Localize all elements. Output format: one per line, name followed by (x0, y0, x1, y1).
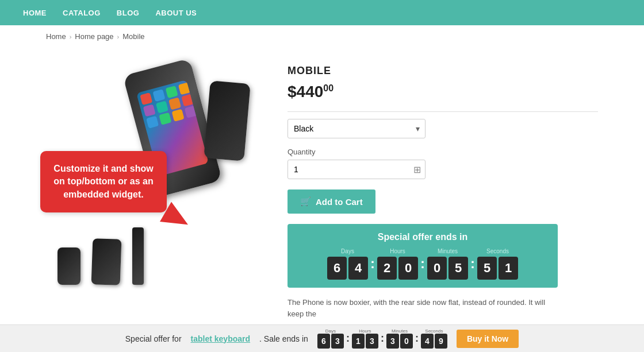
phone-small-row (57, 227, 144, 285)
breadcrumb-current: Mobile (122, 32, 144, 41)
add-to-cart-label: Add to Cart (316, 197, 363, 207)
timer-seconds-digits: 51 (477, 257, 518, 280)
timer-colon-2: : (420, 256, 425, 272)
product-details: MOBILE $44000 BlackWhiteSilver ▾ Quantit… (288, 59, 598, 319)
callout-text: Customize it and show on top/bottom or a… (53, 164, 153, 199)
timer-seconds-group: Seconds 51 (477, 248, 518, 280)
bottom-timer: Days 63 : Hours 13 : Minutes 30 : Second… (317, 328, 447, 331)
price-dollars: $440 (288, 83, 323, 100)
nav-blog[interactable]: BLOG (117, 9, 140, 17)
bottom-seconds-group: Seconds 49 (421, 328, 447, 331)
main-nav: HOME CATALOG BLOG ABOUT US (0, 0, 644, 25)
main-content: Customize it and show on top/bottom or a… (0, 48, 644, 331)
nav-catalog[interactable]: CATALOG (63, 9, 101, 17)
bottom-hours-group: Hours 13 (352, 328, 378, 331)
product-description: The Phone is now boxier, with the rear s… (288, 297, 558, 319)
bottom-days-label: Days (325, 328, 336, 331)
breadcrumb: Home › Home page › Mobile (0, 25, 644, 48)
phone-secondary-image (207, 82, 253, 168)
quantity-label: Quantity (288, 148, 598, 156)
breadcrumb-sep-1: › (70, 33, 72, 40)
breadcrumb-home[interactable]: Home (46, 32, 66, 41)
timer-hours-digits: 20 (377, 257, 418, 280)
timer-minutes-group: Minutes 05 (427, 248, 468, 280)
product-images: Customize it and show on top/bottom or a… (23, 59, 264, 319)
timer-minutes-label: Minutes (438, 248, 458, 254)
color-select-wrapper[interactable]: BlackWhiteSilver ▾ (288, 119, 425, 138)
countdown-timer: Days 64 : Hours 20 : Minutes 05 : (299, 248, 546, 280)
phone-body-2 (204, 80, 250, 161)
timer-days-digits: 64 (327, 257, 368, 280)
bottom-minutes-label: Minutes (392, 328, 408, 331)
color-select[interactable]: BlackWhiteSilver (288, 119, 425, 138)
product-title: MOBILE (288, 65, 598, 77)
bottom-hours-label: Hours (359, 328, 371, 331)
quantity-input[interactable] (288, 160, 425, 179)
bottom-bar: Special offer for tablet keyboard . Sale… (0, 324, 644, 331)
quantity-wrapper[interactable]: ⊞ (288, 160, 425, 179)
phone-small-3 (132, 227, 144, 285)
timer-hours-group: Hours 20 (377, 248, 418, 280)
bottom-days-group: Days 63 (317, 328, 344, 331)
timer-colon-3: : (470, 256, 475, 272)
timer-minutes-digits: 05 (427, 257, 468, 280)
bottom-seconds-label: Seconds (425, 328, 443, 331)
countdown-title: Special offer ends in (299, 232, 546, 242)
bottom-minutes-group: Minutes 30 (386, 328, 413, 331)
nav-about[interactable]: ABOUT US (155, 9, 197, 17)
price-divider (288, 111, 598, 112)
timer-days-label: Days (341, 248, 354, 254)
timer-days-group: Days 64 (327, 248, 368, 280)
callout-bubble: Customize it and show on top/bottom or a… (40, 151, 167, 212)
price-cents: 00 (323, 83, 334, 93)
nav-home[interactable]: HOME (23, 9, 47, 17)
countdown-box: Special offer ends in Days 64 : Hours 20… (288, 224, 558, 288)
screen-icons (136, 80, 197, 132)
timer-colon-1: : (370, 256, 375, 272)
phone-small-2 (91, 238, 122, 285)
breadcrumb-sep-2: › (117, 33, 120, 40)
quantity-icon: ⊞ (413, 164, 421, 175)
timer-hours-label: Hours (390, 248, 405, 254)
timer-seconds-label: Seconds (486, 248, 509, 254)
breadcrumb-homepage[interactable]: Home page (75, 32, 113, 41)
add-to-cart-button[interactable]: 🛒 Add to Cart (288, 189, 375, 214)
buy-now-button[interactable]: Buy it Now (457, 330, 519, 331)
phone-small-1 (57, 247, 80, 285)
cart-icon: 🛒 (300, 196, 311, 207)
product-price: $44000 (288, 83, 598, 101)
